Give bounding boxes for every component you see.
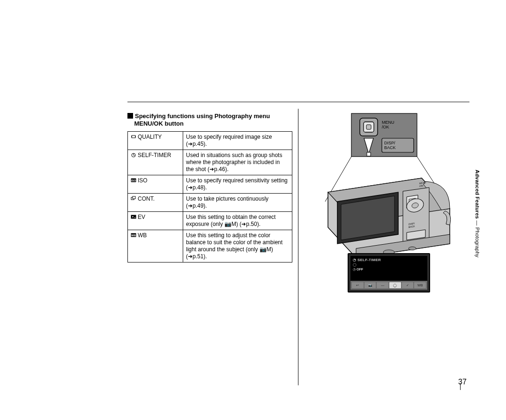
menu-screen-selected: OFF: [357, 268, 363, 271]
column-divider: [298, 109, 298, 385]
menu-tab: —: [377, 282, 388, 288]
heading-square-icon: [127, 113, 133, 119]
page-number: 37: [458, 378, 467, 386]
side-section-label: Advanced Features — Photography: [475, 170, 480, 257]
menu-screen-tabs: ↩ 📷 — ◯ ✓ WB: [350, 280, 427, 290]
svg-rect-5: [133, 196, 135, 199]
table-row: ISOISO Use to specify required sensitivi…: [128, 175, 292, 194]
svg-text:/OK: /OK: [382, 125, 389, 129]
row-desc: Use this setting to obtain the correct e…: [183, 212, 292, 230]
row-label: EV: [138, 214, 145, 220]
row-desc: Use to take pictures continuously (➜p.49…: [183, 194, 292, 212]
quality-icon: [131, 134, 136, 139]
row-desc: Use to specify required sensitivity sett…: [183, 175, 292, 194]
row-label: SELF-TIMER: [138, 152, 171, 158]
table-row: WBWB Use this setting to adjust the colo…: [128, 230, 292, 262]
menu-tab-active: ◯: [389, 282, 401, 288]
table-row: CONT. Use to take pictures continuously …: [128, 194, 292, 212]
table-row: QUALITY Use to specify required image si…: [128, 132, 292, 150]
top-rule: [127, 102, 469, 102]
manual-page: Specifying functions using Photography m…: [42, 29, 461, 383]
row-label: ISO: [138, 177, 148, 184]
svg-text:WB: WB: [131, 234, 136, 237]
heading-line2: MENU/OK button: [134, 120, 183, 127]
iso-icon: ISO: [131, 178, 136, 183]
row-label: WB: [138, 232, 147, 239]
table-row: SELF-TIMER Used in situations such as gr…: [128, 150, 292, 175]
menu-tab: WB: [414, 282, 426, 288]
svg-rect-15: [367, 152, 371, 156]
row-desc: Used in situations such as group shots w…: [183, 150, 292, 175]
svg-text:ISO: ISO: [131, 179, 136, 182]
cont-icon: [131, 196, 136, 201]
menu-tab: 📷: [365, 282, 376, 288]
functions-table: QUALITY Use to specify required image si…: [127, 131, 292, 262]
svg-rect-0: [132, 135, 135, 138]
wb-icon: WB: [131, 232, 136, 238]
svg-point-24: [409, 247, 416, 250]
menu-tab: ✓: [402, 282, 414, 288]
buttons-panel-inset: MENU /OK DISP/ BACK: [351, 113, 417, 157]
row-desc: Use to specify required image size (➜p.4…: [183, 132, 292, 150]
lcd-menu-screenshot: ◔SELF-TIMER ◯ ◔ OFF ↩ 📷 — ◯ ✓ WB: [348, 253, 430, 292]
row-label: QUALITY: [138, 134, 162, 140]
menu-screen-title: SELF-TIMER: [357, 258, 381, 262]
menu-ok-button: [360, 118, 378, 136]
camera-illustration: MENU /OK DISP/ BACK: [309, 112, 469, 272]
self-timer-icon: [131, 152, 136, 158]
menu-screen-option: ◯: [353, 263, 425, 267]
heading-line1: Specifying functions using Photography m…: [135, 112, 270, 120]
svg-text:BACK: BACK: [384, 145, 396, 150]
row-label: CONT.: [138, 195, 155, 202]
camera-back-view: MENU /OK DISP/ BACK: [328, 178, 451, 258]
menu-ok-label: MENU: [382, 120, 394, 125]
row-desc: Use this setting to adjust the color bal…: [183, 230, 292, 262]
menu-tab: ↩: [352, 282, 364, 288]
table-row: EV Use this setting to obtain the correc…: [128, 212, 292, 230]
ev-icon: [131, 214, 136, 219]
svg-rect-12: [366, 125, 371, 129]
section-heading: Specifying functions using Photography m…: [127, 112, 291, 128]
disp-back-label: DISP/: [384, 141, 395, 145]
